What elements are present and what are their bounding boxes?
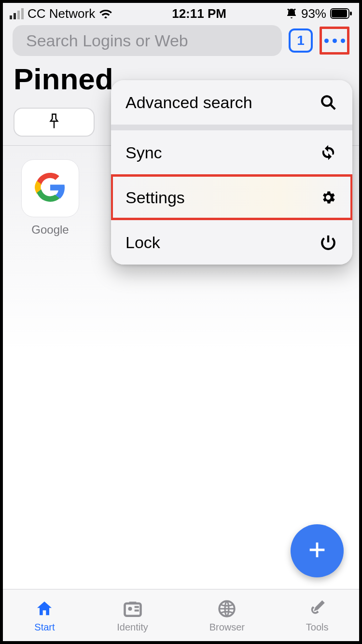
tab-identity[interactable]: Identity (117, 598, 148, 633)
pinned-app[interactable]: Google (16, 159, 84, 237)
identity-icon (122, 598, 144, 620)
carrier-label: CC Network (28, 6, 95, 21)
overflow-menu: Advanced search Sync Settings Lo (111, 80, 352, 265)
search-placeholder: Search Logins or Web (26, 31, 188, 50)
top-bar: Search Logins or Web 1 (3, 23, 359, 61)
pin-filter-button[interactable] (14, 108, 95, 137)
menu-item-settings[interactable]: Settings (111, 175, 352, 220)
add-button[interactable] (291, 524, 344, 577)
battery-pct-label: 93% (301, 6, 326, 21)
google-logo-icon (35, 172, 66, 205)
power-icon (319, 233, 338, 252)
alarm-icon (286, 8, 297, 19)
wifi-icon (99, 8, 112, 19)
status-bar: CC Network 12:11 PM 93% (3, 3, 359, 23)
svg-line-4 (330, 104, 335, 109)
menu-divider (111, 125, 352, 130)
gear-icon (319, 188, 338, 207)
globe-icon (216, 598, 238, 620)
svg-rect-1 (332, 10, 347, 17)
tab-browser[interactable]: Browser (209, 598, 245, 633)
app-label: Google (16, 223, 84, 237)
menu-item-sync[interactable]: Sync (111, 130, 352, 175)
pin-icon (47, 113, 61, 131)
tab-label: Start (34, 622, 55, 633)
tab-label: Tools (306, 622, 329, 633)
menu-item-label: Sync (125, 143, 162, 162)
tab-bar: Start Identity Browser Tools (3, 589, 359, 641)
tab-label: Identity (117, 622, 148, 633)
menu-item-label: Advanced search (125, 93, 252, 112)
more-button[interactable] (320, 27, 349, 55)
menu-item-advanced-search[interactable]: Advanced search (111, 80, 352, 125)
menu-item-label: Lock (125, 233, 160, 252)
menu-item-label: Settings (125, 188, 185, 207)
home-icon (33, 598, 56, 620)
sync-icon (319, 143, 338, 162)
tab-start[interactable]: Start (33, 598, 56, 633)
search-input[interactable]: Search Logins or Web (13, 25, 282, 56)
tab-count-button[interactable]: 1 (289, 28, 313, 53)
menu-item-lock[interactable]: Lock (111, 220, 352, 265)
app-tile (21, 159, 79, 217)
tab-count-value: 1 (297, 33, 305, 48)
plus-icon (306, 539, 328, 563)
ellipsis-icon (324, 39, 345, 43)
search-icon (319, 93, 338, 112)
battery-icon (330, 8, 352, 19)
svg-point-3 (322, 96, 332, 106)
svg-point-6 (128, 607, 132, 611)
tab-label: Browser (209, 622, 245, 633)
tab-tools[interactable]: Tools (306, 598, 329, 633)
svg-rect-2 (350, 12, 352, 15)
tools-icon (306, 598, 328, 620)
clock-label: 12:11 PM (172, 6, 226, 21)
signal-bars-icon (10, 8, 24, 19)
